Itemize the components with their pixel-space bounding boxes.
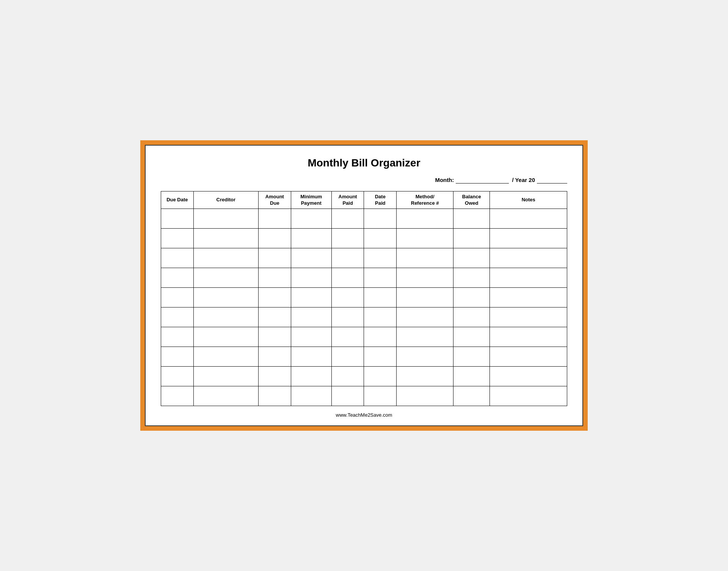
table-header-row: Due Date Creditor AmountDue MinimumPayme… bbox=[161, 191, 567, 209]
table-cell bbox=[161, 367, 194, 386]
table-cell bbox=[259, 229, 291, 248]
month-year-row: Month: / Year 20 bbox=[161, 177, 567, 184]
table-cell bbox=[161, 307, 194, 327]
table-cell bbox=[397, 248, 453, 268]
table-cell bbox=[453, 209, 490, 229]
table-cell bbox=[193, 209, 258, 229]
table-cell bbox=[161, 248, 194, 268]
year-line bbox=[537, 177, 567, 184]
table-cell bbox=[364, 347, 397, 367]
table-cell bbox=[397, 209, 453, 229]
table-cell bbox=[193, 307, 258, 327]
header-creditor: Creditor bbox=[193, 191, 258, 209]
table-cell bbox=[331, 367, 364, 386]
table-cell bbox=[291, 268, 331, 288]
table-row bbox=[161, 386, 567, 406]
table-cell bbox=[490, 367, 567, 386]
table-cell bbox=[364, 288, 397, 307]
month-label: Month: bbox=[435, 177, 454, 184]
header-notes: Notes bbox=[490, 191, 567, 209]
table-cell bbox=[490, 229, 567, 248]
table-cell bbox=[490, 209, 567, 229]
table-cell bbox=[193, 288, 258, 307]
table-cell bbox=[259, 307, 291, 327]
table-cell bbox=[161, 268, 194, 288]
table-cell bbox=[453, 386, 490, 406]
table-cell bbox=[331, 347, 364, 367]
table-cell bbox=[490, 347, 567, 367]
table-cell bbox=[453, 307, 490, 327]
header-balance-owed: BalanceOwed bbox=[453, 191, 490, 209]
table-row bbox=[161, 327, 567, 347]
year-label: / Year 20 bbox=[512, 177, 535, 184]
table-cell bbox=[331, 386, 364, 406]
table-cell bbox=[291, 367, 331, 386]
header-due-date: Due Date bbox=[161, 191, 194, 209]
table-cell bbox=[259, 386, 291, 406]
inner-page: Monthly Bill Organizer Month: / Year 20 … bbox=[145, 145, 583, 427]
table-cell bbox=[331, 288, 364, 307]
table-cell bbox=[490, 248, 567, 268]
table-cell bbox=[291, 229, 331, 248]
table-cell bbox=[397, 307, 453, 327]
table-cell bbox=[291, 248, 331, 268]
table-row bbox=[161, 367, 567, 386]
table-row bbox=[161, 288, 567, 307]
table-cell bbox=[453, 248, 490, 268]
table-row bbox=[161, 268, 567, 288]
table-cell bbox=[397, 386, 453, 406]
table-cell bbox=[397, 327, 453, 347]
table-cell bbox=[259, 288, 291, 307]
month-line bbox=[456, 177, 509, 184]
table-cell bbox=[291, 288, 331, 307]
table-cell bbox=[453, 268, 490, 288]
table-row bbox=[161, 307, 567, 327]
table-cell bbox=[397, 229, 453, 248]
table-cell bbox=[193, 386, 258, 406]
table-cell bbox=[193, 367, 258, 386]
table-cell bbox=[259, 209, 291, 229]
table-cell bbox=[453, 367, 490, 386]
table-cell bbox=[364, 268, 397, 288]
table-cell bbox=[397, 347, 453, 367]
table-cell bbox=[331, 248, 364, 268]
table-cell bbox=[331, 209, 364, 229]
table-cell bbox=[490, 268, 567, 288]
table-cell bbox=[364, 209, 397, 229]
outer-border: Monthly Bill Organizer Month: / Year 20 … bbox=[140, 140, 588, 431]
table-cell bbox=[291, 209, 331, 229]
table-cell bbox=[453, 229, 490, 248]
table-cell bbox=[161, 288, 194, 307]
table-cell bbox=[161, 386, 194, 406]
table-cell bbox=[161, 347, 194, 367]
table-cell bbox=[161, 327, 194, 347]
table-cell bbox=[291, 307, 331, 327]
table-cell bbox=[364, 386, 397, 406]
table-cell bbox=[453, 347, 490, 367]
table-cell bbox=[291, 327, 331, 347]
table-row bbox=[161, 209, 567, 229]
table-cell bbox=[161, 229, 194, 248]
table-cell bbox=[364, 307, 397, 327]
table-cell bbox=[397, 367, 453, 386]
header-method-ref: Method/Reference # bbox=[397, 191, 453, 209]
header-min-payment: MinimumPayment bbox=[291, 191, 331, 209]
table-cell bbox=[193, 327, 258, 347]
table-cell bbox=[161, 209, 194, 229]
table-cell bbox=[259, 367, 291, 386]
table-row bbox=[161, 347, 567, 367]
table-cell bbox=[364, 248, 397, 268]
table-cell bbox=[397, 288, 453, 307]
table-cell bbox=[490, 327, 567, 347]
table-cell bbox=[291, 386, 331, 406]
table-row bbox=[161, 229, 567, 248]
header-date-paid: DatePaid bbox=[364, 191, 397, 209]
header-amount-due: AmountDue bbox=[259, 191, 291, 209]
table-cell bbox=[364, 229, 397, 248]
table-cell bbox=[193, 229, 258, 248]
table-cell bbox=[193, 268, 258, 288]
table-cell bbox=[397, 268, 453, 288]
table-cell bbox=[490, 386, 567, 406]
table-cell bbox=[490, 307, 567, 327]
table-cell bbox=[193, 347, 258, 367]
